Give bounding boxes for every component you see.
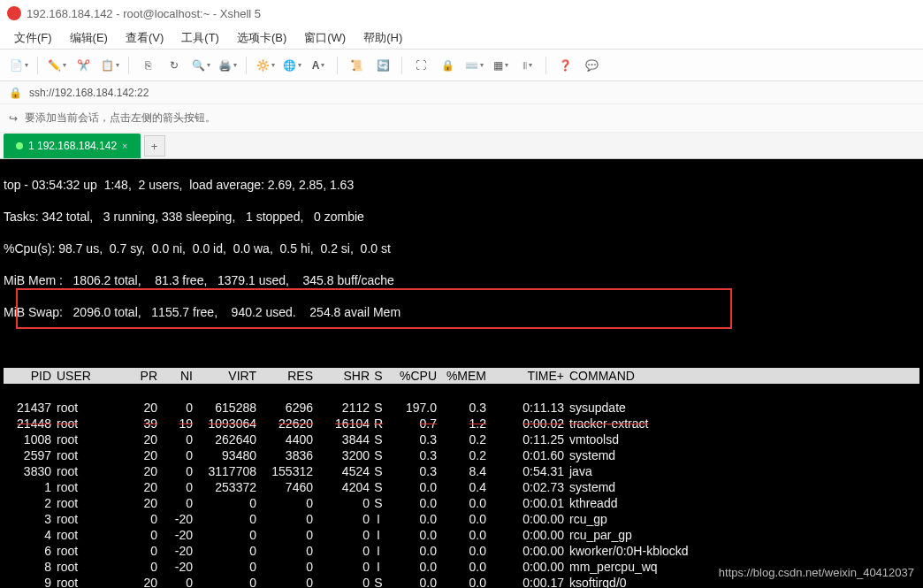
reconnect-button[interactable]: ↻	[163, 54, 186, 77]
column-header: S	[370, 368, 387, 384]
cell: root	[51, 511, 122, 527]
separator	[246, 57, 247, 74]
cell: S	[370, 575, 387, 588]
font-button[interactable]: A	[307, 54, 330, 77]
layout-button[interactable]: ▦	[489, 54, 512, 77]
cell: root	[51, 575, 122, 588]
cell: 4	[4, 527, 51, 543]
cell: rcu_par_gp	[564, 527, 919, 543]
cell: 0:11.13	[486, 400, 564, 416]
cell: 0	[193, 543, 256, 559]
top-tasks-line: Tasks: 342 total, 3 running, 338 sleepin…	[4, 209, 919, 225]
column-header: NI	[157, 368, 193, 384]
cell: 0	[122, 527, 157, 543]
fullscreen-button[interactable]: ⛶	[409, 54, 432, 77]
cell: I	[370, 543, 387, 559]
cell: 0:00.00	[486, 527, 564, 543]
column-header: RES	[256, 368, 313, 384]
session-tab[interactable]: 1 192.168.184.142 ×	[4, 134, 141, 158]
globe-button[interactable]: 🌐	[280, 54, 303, 77]
hint-arrow-icon[interactable]: ↪	[9, 112, 18, 125]
column-header: USER	[51, 368, 122, 384]
cell: 0	[122, 559, 157, 575]
cell: 2	[4, 495, 51, 511]
keyboard-button[interactable]: ⌨️	[462, 54, 485, 77]
cell: 0	[193, 527, 256, 543]
cell: 0.0	[387, 527, 437, 543]
menu-item[interactable]: 窗口(W)	[297, 28, 353, 48]
cell: 6296	[256, 400, 313, 416]
cell: 0.3	[387, 447, 437, 463]
cell: mm_percpu_wq	[564, 559, 919, 575]
disconnect-button[interactable]: ⎘	[136, 54, 159, 77]
search-button[interactable]: 🔍	[189, 54, 212, 77]
separator	[401, 57, 402, 74]
cell: 0	[313, 559, 370, 575]
transfer-button[interactable]: 🔄	[371, 54, 394, 77]
tab-close-icon[interactable]: ×	[122, 141, 127, 151]
cell: 0.3	[437, 400, 486, 416]
column-header: SHR	[313, 368, 370, 384]
menu-item[interactable]: 编辑(E)	[63, 28, 115, 48]
top-swap-line: MiB Swap: 2096.0 total, 1155.7 free, 940…	[4, 304, 919, 320]
cell: 4400	[256, 431, 313, 447]
cell: 6	[4, 543, 51, 559]
menu-item[interactable]: 文件(F)	[7, 28, 59, 48]
new-session-button[interactable]: 📄	[7, 54, 30, 77]
cell: 0:00.00	[486, 511, 564, 527]
cell: 0	[313, 495, 370, 511]
help-button[interactable]: ❓	[553, 54, 576, 77]
cell: 4524	[313, 463, 370, 479]
separator	[545, 57, 546, 74]
cell: tracker-extract	[564, 416, 919, 431]
cell: 0	[256, 495, 313, 511]
process-row: 8root0-20000I0.00.00:00.00mm_percpu_wq	[4, 559, 919, 575]
column-header: %MEM	[437, 368, 486, 384]
arrange-button[interactable]: ⫴	[515, 54, 538, 77]
process-row: 2597root2009348038363200S0.30.20:01.60sy…	[4, 447, 919, 463]
edit-button[interactable]: ✏️	[45, 54, 68, 77]
script-button[interactable]: 📜	[345, 54, 368, 77]
cut-button[interactable]: ✂️	[72, 54, 95, 77]
terminal[interactable]: top - 03:54:32 up 1:48, 2 users, load av…	[0, 159, 923, 588]
titlebar: 192.168.184.142 - root@localhost:~ - Xsh…	[0, 0, 923, 27]
cell: 0:00.01	[486, 495, 564, 511]
column-header: PR	[122, 368, 157, 384]
cell: 0.0	[387, 479, 437, 495]
cell: java	[564, 463, 919, 479]
cell: 0	[256, 527, 313, 543]
hint-text: 要添加当前会话，点击左侧的箭头按钮。	[25, 111, 216, 126]
cell: 22620	[256, 416, 313, 431]
chat-button[interactable]: 💬	[580, 54, 603, 77]
status-dot-icon	[16, 142, 23, 149]
cell: 0	[157, 495, 193, 511]
blank-line	[4, 336, 919, 352]
process-row: 1008root20026264044003844S0.30.20:11.25v…	[4, 431, 919, 447]
cell: 0	[256, 511, 313, 527]
cell: 262640	[193, 431, 256, 447]
cell: 0:02.73	[486, 479, 564, 495]
print-button[interactable]: 🖨️	[216, 54, 239, 77]
cell: 0.4	[437, 479, 486, 495]
cell: 0	[193, 511, 256, 527]
cell: -20	[157, 511, 193, 527]
menu-item[interactable]: 查看(V)	[118, 28, 171, 48]
cell: 0	[157, 479, 193, 495]
address-text[interactable]: ssh://192.168.184.142:22	[29, 87, 149, 99]
cell: S	[370, 479, 387, 495]
tab-add-button[interactable]: +	[144, 135, 165, 157]
menubar: 文件(F)编辑(E)查看(V)工具(T)选项卡(B)窗口(W)帮助(H)	[0, 27, 923, 50]
cell: root	[51, 495, 122, 511]
cell: 21448	[4, 416, 51, 431]
cell: 0:11.25	[486, 431, 564, 447]
copy-button[interactable]: 📋	[98, 54, 121, 77]
menu-item[interactable]: 选项卡(B)	[230, 28, 294, 48]
cell: I	[370, 559, 387, 575]
menu-item[interactable]: 工具(T)	[174, 28, 226, 48]
app-icon	[7, 6, 21, 20]
menu-item[interactable]: 帮助(H)	[356, 28, 409, 48]
highlight-button[interactable]: 🔆	[254, 54, 277, 77]
cell: 0	[313, 527, 370, 543]
lock-button[interactable]: 🔒	[436, 54, 459, 77]
cell: I	[370, 527, 387, 543]
